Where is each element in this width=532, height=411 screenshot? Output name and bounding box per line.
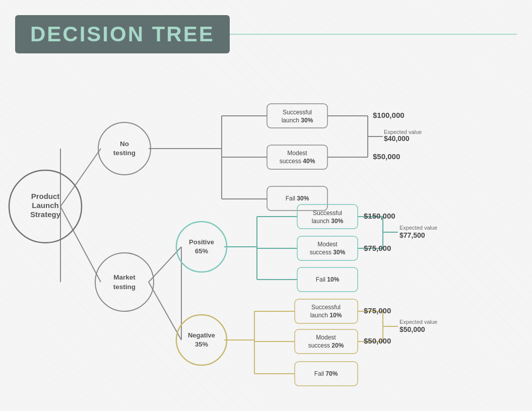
svg-text:$75,000: $75,000	[364, 244, 391, 252]
header-box: DECISION TREE	[15, 15, 230, 53]
svg-text:$100,000: $100,000	[373, 111, 405, 119]
svg-text:Product: Product	[31, 192, 60, 200]
svg-text:$75,000: $75,000	[364, 306, 391, 315]
svg-text:Fail 70%: Fail 70%	[314, 370, 338, 377]
svg-text:success 20%: success 20%	[308, 342, 344, 349]
svg-text:Successful: Successful	[311, 304, 341, 311]
svg-text:Negative: Negative	[188, 331, 215, 339]
svg-point-40	[95, 253, 154, 311]
svg-line-1	[60, 207, 101, 282]
svg-text:Modest: Modest	[287, 150, 307, 157]
svg-rect-52	[267, 145, 327, 169]
decision-tree-svg: Product Launch Strategy No testing Marke…	[0, 65, 532, 408]
svg-text:$150,000: $150,000	[364, 212, 395, 220]
header: DECISION TREE	[15, 15, 517, 53]
svg-text:Positive: Positive	[189, 238, 214, 246]
svg-text:Modest: Modest	[317, 241, 338, 248]
svg-text:success 30%: success 30%	[310, 249, 346, 256]
svg-text:Fail 30%: Fail 30%	[286, 195, 309, 202]
svg-text:$50,000: $50,000	[400, 325, 425, 333]
svg-text:launch 30%: launch 30%	[312, 218, 344, 225]
svg-text:Launch: Launch	[32, 201, 58, 210]
svg-text:35%: 35%	[195, 340, 208, 348]
svg-text:launch 10%: launch 10%	[310, 312, 342, 319]
svg-text:Modest: Modest	[316, 334, 336, 341]
svg-text:$50,000: $50,000	[373, 152, 400, 161]
svg-text:$50,000: $50,000	[364, 336, 391, 345]
svg-rect-73	[295, 299, 358, 323]
svg-text:Expected value: Expected value	[400, 319, 437, 325]
svg-rect-64	[297, 236, 358, 260]
svg-text:Successful: Successful	[283, 109, 312, 116]
header-line	[230, 34, 517, 35]
svg-text:Strategy: Strategy	[30, 210, 61, 219]
svg-text:Fail 10%: Fail 10%	[316, 276, 340, 283]
svg-text:Expected value: Expected value	[400, 225, 437, 231]
svg-text:$77,500: $77,500	[400, 231, 425, 239]
svg-text:No: No	[120, 140, 129, 148]
svg-text:Market: Market	[113, 273, 136, 281]
svg-text:launch 30%: launch 30%	[282, 117, 313, 124]
svg-text:testing: testing	[113, 149, 136, 157]
svg-point-37	[98, 122, 151, 175]
svg-line-13	[149, 282, 181, 340]
svg-text:65%: 65%	[195, 247, 208, 255]
svg-rect-76	[295, 329, 358, 354]
svg-text:$40,000: $40,000	[384, 134, 410, 143]
svg-rect-49	[267, 104, 327, 128]
svg-point-43	[176, 222, 227, 272]
svg-text:testing: testing	[113, 283, 136, 291]
svg-text:success 40%: success 40%	[280, 158, 315, 165]
page-title: DECISION TREE	[30, 22, 215, 46]
svg-point-46	[176, 315, 227, 365]
svg-text:Successful: Successful	[313, 210, 342, 217]
